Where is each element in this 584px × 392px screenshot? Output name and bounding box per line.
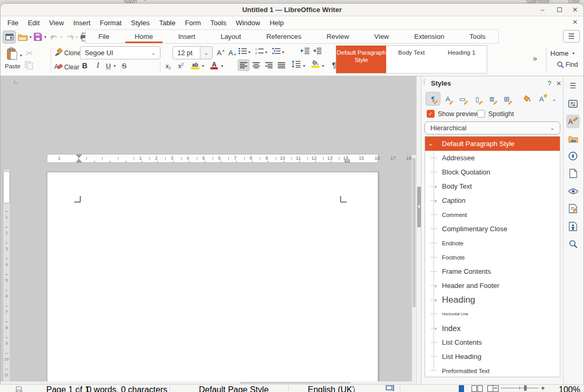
menu-item[interactable]: File	[3, 17, 23, 28]
style-list-item[interactable]: Frame Contents	[425, 264, 560, 278]
clear-label[interactable]: Clear	[64, 64, 79, 71]
menu-item[interactable]: Edit	[23, 17, 44, 28]
show-previews-checkbox[interactable]: ✓ Show previews	[427, 110, 482, 118]
panel-close-button[interactable]: ✕	[556, 80, 561, 87]
zoom-in-button[interactable]: +	[541, 384, 545, 392]
table-styles-button[interactable]: ⊞	[499, 92, 514, 106]
line-spacing-caret[interactable]: ▾	[303, 64, 305, 68]
close-button[interactable]: ✕	[570, 5, 580, 14]
notebookbar-tab[interactable]: File	[86, 30, 122, 43]
style-toolbar-more-chevron[interactable]: ⌄	[552, 96, 556, 102]
outline-list-button[interactable]	[272, 47, 281, 55]
highlight-color-button[interactable]: ab	[189, 60, 201, 71]
outline-list-caret[interactable]: ▾	[282, 50, 284, 55]
paragraph-styles-button[interactable]: ¶	[426, 92, 440, 106]
word-count[interactable]: 0 words, 0 characters	[87, 385, 167, 392]
highlight-dropdown-caret[interactable]: ▾	[202, 64, 204, 68]
decrease-indent-button[interactable]	[313, 47, 322, 54]
multi-page-view-icon[interactable]	[471, 385, 483, 392]
increase-indent-button[interactable]	[300, 47, 310, 54]
checkbox-unchecked-icon[interactable]	[477, 110, 485, 118]
tab-stop-selector-icon[interactable]: ∟	[13, 78, 19, 85]
style-list-item[interactable]: Complimentary Close	[425, 222, 560, 236]
titlebar[interactable]: Untitled 1 — LibreOffice Writer	[1, 4, 583, 16]
document-page[interactable]	[47, 172, 378, 392]
paste-dropdown-caret[interactable]: ▾	[20, 53, 22, 58]
horizontal-ruler[interactable]: 1 123456789101112131415161718	[47, 154, 378, 163]
bold-button[interactable]: B	[79, 60, 90, 71]
font-size-dropdown[interactable]: ⌄	[200, 46, 213, 59]
zoom-slider-thumb[interactable]	[524, 385, 527, 391]
style-filter-dropdown[interactable]: Hierarchical ⌄	[425, 121, 560, 135]
expander-icon[interactable]: ›	[435, 297, 437, 303]
style-inspector-icon[interactable]	[566, 184, 580, 198]
style-list-item[interactable]: › Header and Footer	[425, 278, 560, 293]
style-list-item[interactable]: Addressee	[425, 151, 560, 165]
bullet-list-button[interactable]	[238, 47, 247, 55]
notebookbar-tab[interactable]: Tools	[457, 30, 498, 43]
page-styles-button[interactable]: ▯	[470, 92, 485, 106]
font-color-button[interactable]: A	[208, 60, 220, 71]
paste-button[interactable]	[5, 47, 19, 60]
style-list-item[interactable]: List Contents	[425, 335, 560, 349]
notebookbar-tab[interactable]: References	[254, 30, 314, 43]
find-button[interactable]: Find	[557, 61, 578, 68]
clone-label[interactable]: Clone	[64, 49, 80, 57]
open-button[interactable]	[18, 31, 28, 43]
style-list-item[interactable]: Endnote	[425, 236, 560, 250]
notebookbar-menu-button[interactable]: ☰	[563, 30, 580, 43]
grow-font-button[interactable]: A▲	[216, 47, 226, 58]
style-chip[interactable]: Heading 1	[437, 46, 487, 73]
text-language[interactable]: English (UK)	[308, 385, 355, 392]
spotlight-checkbox[interactable]: Spotlight	[477, 110, 514, 118]
list-styles-button[interactable]: ≣	[485, 92, 499, 106]
redo-button[interactable]	[65, 31, 75, 43]
save-dropdown-caret[interactable]: ▾	[44, 35, 46, 39]
find-deck-icon[interactable]	[566, 237, 580, 251]
style-list-item[interactable]: Block Quotation	[425, 165, 560, 179]
style-list-item[interactable]: › Caption	[425, 193, 560, 208]
font-name-combobox[interactable]: Segoe UI ⌄	[80, 46, 160, 59]
paragraph-background-caret[interactable]: ▾	[322, 64, 324, 68]
page-deck-icon[interactable]	[566, 167, 580, 180]
paste-label[interactable]: Paste	[2, 63, 23, 69]
notebookbar-tab[interactable]: Layout	[208, 30, 254, 43]
zoom-out-button[interactable]: −	[494, 384, 498, 392]
maximize-button[interactable]	[555, 5, 564, 14]
expander-icon[interactable]: ›	[435, 183, 437, 190]
style-list-item[interactable]: Horizontal Line	[425, 307, 560, 321]
manage-changes-icon[interactable]	[566, 202, 580, 215]
minimize-button[interactable]: –	[538, 5, 547, 14]
expander-icon[interactable]: ⌄	[428, 140, 433, 147]
font-size-combobox[interactable]: 12 pt	[173, 46, 200, 59]
navigator-icon[interactable]	[566, 149, 580, 163]
page-count[interactable]: Page 1 of 1	[46, 385, 89, 392]
save-status-icon[interactable]	[16, 385, 22, 392]
notebookbar-tab[interactable]: View	[361, 30, 401, 43]
zoom-level[interactable]: 100%	[559, 385, 580, 392]
toolbar-more-button[interactable]: »	[529, 53, 541, 64]
vertical-scrollbar-thumb[interactable]	[412, 158, 416, 307]
style-list-item[interactable]: › Body Text	[425, 179, 560, 193]
new-document-button[interactable]	[3, 30, 16, 44]
menu-item[interactable]: Help	[265, 17, 288, 28]
menu-item[interactable]: Tools	[206, 17, 231, 28]
redo-dropdown-caret[interactable]: ▾	[76, 35, 78, 39]
left-indent-marker[interactable]	[76, 159, 82, 162]
expander-icon[interactable]: ›	[435, 283, 437, 289]
copy-icon[interactable]	[25, 61, 33, 70]
paragraph-background-button[interactable]	[311, 60, 319, 68]
selection-mode-icon[interactable]	[386, 385, 394, 391]
notebookbar-tab[interactable]: Home	[122, 30, 166, 43]
menu-item[interactable]: Format	[95, 17, 126, 28]
underline-button[interactable]: U	[103, 60, 114, 71]
document-close-icon[interactable]: ✕	[572, 18, 578, 26]
bullet-list-caret[interactable]: ▾	[248, 50, 250, 55]
checkbox-checked-icon[interactable]: ✓	[427, 110, 435, 118]
font-color-dropdown-caret[interactable]: ▾	[221, 64, 223, 68]
notebookbar-tab[interactable]: Insert	[166, 30, 208, 43]
styles-deck-icon[interactable]: A	[566, 115, 580, 128]
single-page-view-icon[interactable]	[459, 385, 464, 392]
first-line-indent-marker[interactable]	[76, 154, 82, 158]
notebookbar-tab[interactable]: Extension	[401, 30, 457, 43]
